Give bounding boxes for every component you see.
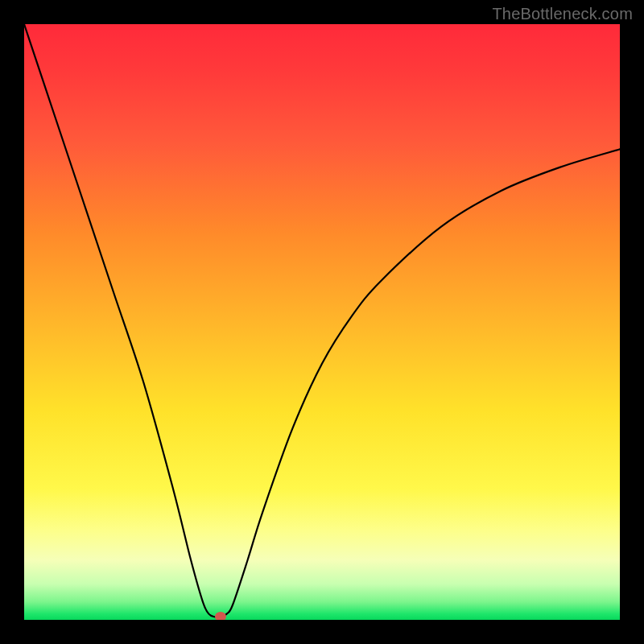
attribution-label: TheBottleneck.com [492, 5, 633, 23]
plot-area [24, 24, 620, 620]
optimal-point-marker [215, 612, 226, 620]
bottleneck-curve [24, 24, 620, 620]
chart-frame: TheBottleneck.com [0, 0, 644, 644]
